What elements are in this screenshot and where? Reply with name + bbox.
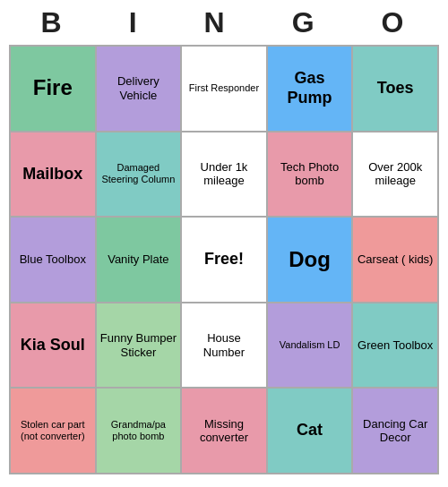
bingo-cell-11[interactable]: Vanity Plate <box>97 218 181 302</box>
bingo-cell-15[interactable]: Kia Soul <box>11 303 95 388</box>
bingo-cell-23[interactable]: Cat <box>268 389 352 473</box>
bingo-cell-13[interactable]: Dog <box>268 218 352 302</box>
bingo-cell-8[interactable]: Tech Photo bomb <box>268 132 352 217</box>
bingo-cell-19[interactable]: Green Toolbox <box>353 303 437 388</box>
letter-o: O <box>382 6 408 39</box>
letter-n: N <box>204 6 228 39</box>
bingo-grid: FireDelivery VehicleFirst ResponderGas P… <box>9 45 439 474</box>
bingo-cell-16[interactable]: Funny Bumper Sticker <box>97 303 181 388</box>
bingo-cell-20[interactable]: Stolen car part (not converter) <box>11 389 95 473</box>
bingo-cell-5[interactable]: Mailbox <box>11 132 95 217</box>
bingo-cell-14[interactable]: Carseat ( kids) <box>353 218 437 302</box>
bingo-header: B I N G O <box>9 0 439 45</box>
bingo-cell-0[interactable]: Fire <box>11 47 95 131</box>
bingo-cell-10[interactable]: Blue Toolbox <box>11 218 95 302</box>
letter-i: I <box>129 6 141 39</box>
bingo-cell-22[interactable]: Missing converter <box>182 389 266 473</box>
bingo-cell-12[interactable]: Free! <box>182 218 266 302</box>
bingo-cell-24[interactable]: Dancing Car Decor <box>353 389 437 473</box>
bingo-cell-21[interactable]: Grandma/pa photo bomb <box>97 389 181 473</box>
bingo-cell-17[interactable]: House Number <box>182 303 266 388</box>
bingo-cell-18[interactable]: Vandalism LD <box>268 303 352 388</box>
bingo-cell-4[interactable]: Toes <box>353 47 437 131</box>
letter-g: G <box>292 6 318 39</box>
bingo-cell-9[interactable]: Over 200k mileage <box>353 132 437 217</box>
bingo-cell-2[interactable]: First Responder <box>182 47 266 131</box>
bingo-cell-6[interactable]: Damaged Steering Column <box>97 132 181 217</box>
letter-b: B <box>41 6 65 39</box>
bingo-cell-1[interactable]: Delivery Vehicle <box>97 47 181 131</box>
bingo-cell-7[interactable]: Under 1k mileage <box>182 132 266 217</box>
bingo-cell-3[interactable]: Gas Pump <box>268 47 352 131</box>
